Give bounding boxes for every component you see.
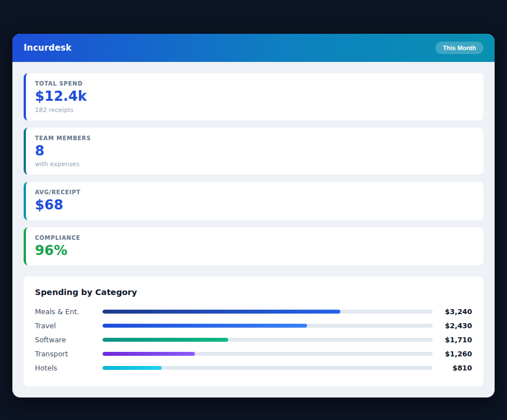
stat-value: 96% [35,243,474,259]
category-label: Software [35,336,103,344]
chart-row-travel: Travel $2,430 [35,319,472,333]
stat-value: $68 [35,198,474,213]
dashboard-panel: Incurdesk This Month TOTAL SPEND $12.4k … [12,34,495,397]
category-label: Hotels [35,364,103,372]
stat-value: $12.4k [35,89,474,105]
category-label: Meals & Ent. [35,307,103,316]
panel-content: TOTAL SPEND $12.4k 182 receipts TEAM MEM… [12,62,495,397]
bar-track [103,324,433,328]
chart-row-hotels: Hotels $810 [35,361,472,375]
stat-label: COMPLIANCE [35,235,474,241]
category-value: $3,240 [433,307,472,316]
period-badge[interactable]: This Month [435,42,483,54]
chart-row-software: Software $1,710 [35,333,472,347]
stat-card-total-spend: TOTAL SPEND $12.4k 182 receipts [24,73,483,120]
category-value: $1,260 [433,350,472,358]
bar-fill [103,338,228,342]
chart-title: Spending by Category [35,288,472,297]
category-label: Travel [35,321,103,330]
chart-row-meals: Meals & Ent. $3,240 [35,305,472,319]
bar-fill [103,366,162,370]
category-value: $810 [433,364,472,372]
stat-card-team-members: TEAM MEMBERS 8 with expenses [24,128,483,175]
category-label: Transport [35,350,103,358]
spending-by-category-card: Spending by Category Meals & Ent. $3,240… [24,276,483,386]
chart-row-transport: Transport $1,260 [35,347,472,361]
category-value: $2,430 [433,321,472,330]
stat-label: TOTAL SPEND [35,81,474,87]
app-title: Incurdesk [24,43,72,53]
stat-card-avg-receipt: AVG/RECEIPT $68 [24,182,483,220]
stat-value: 8 [35,144,474,159]
bar-track [103,338,433,342]
stat-label: TEAM MEMBERS [35,135,474,141]
app-header: Incurdesk This Month [12,34,495,62]
bar-fill [103,310,340,314]
stat-label: AVG/RECEIPT [35,189,474,195]
category-value: $1,710 [433,336,472,344]
bar-fill [103,352,195,356]
bar-track [103,366,433,370]
stat-subtext: with expenses [35,160,474,168]
bar-fill [103,324,307,328]
bar-track [103,352,433,356]
stat-card-compliance: COMPLIANCE 96% [24,227,483,266]
stat-subtext: 182 receipts [35,106,474,114]
bar-track [103,310,433,314]
